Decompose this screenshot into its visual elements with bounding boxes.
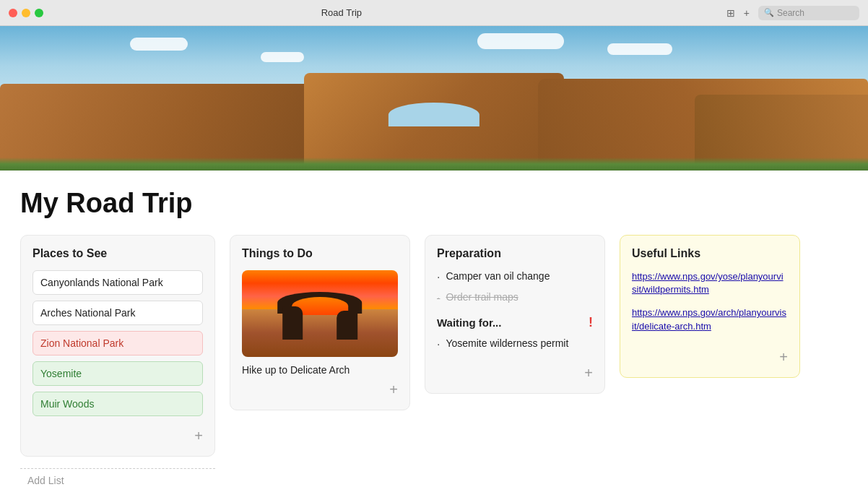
useful-links-card: Useful Links https://www.nps.gov/yose/pl… <box>620 235 800 378</box>
cloud <box>607 43 672 55</box>
things-to-do-card: Things to Do Hike up to Delicate Arch + <box>230 235 410 410</box>
prep-item-label: Yosemite wilderness permit <box>446 337 568 349</box>
boards-container: Places to See Canyonlands National Park … <box>20 235 848 457</box>
rock-center-arch <box>304 73 565 171</box>
search-bar: 🔍 <box>758 6 859 20</box>
add-todo-button[interactable]: + <box>242 376 398 398</box>
app-title: Road Trip <box>0 7 721 18</box>
arch-base-right <box>337 311 357 340</box>
things-to-do-heading: Things to Do <box>242 247 398 260</box>
exclamation-icon: ! <box>589 315 593 330</box>
add-list-section: Add List <box>20 468 848 492</box>
place-item-yosemite[interactable]: Yosemite <box>32 361 203 386</box>
bullet-icon: · <box>437 291 440 305</box>
arch-opening <box>389 103 479 127</box>
prep-item-label: Order trail maps <box>446 291 518 303</box>
prep-item-trail-maps[interactable]: · Order trail maps <box>437 291 593 305</box>
main-content: My Road Trip Places to See Canyonlands N… <box>0 171 868 500</box>
arch-silhouette <box>273 292 367 340</box>
rocks <box>0 62 868 171</box>
add-list-button[interactable]: Add List <box>20 468 215 492</box>
place-item-muir-woods[interactable]: Muir Woods <box>32 392 203 416</box>
titlebar-controls: ⊞ + 🔍 <box>726 6 859 20</box>
cloud <box>130 38 188 51</box>
waiting-header: Waiting for... ! <box>437 315 593 330</box>
place-item-arches[interactable]: Arches National Park <box>32 301 203 325</box>
vegetation <box>0 158 868 171</box>
prep-item-label: Camper van oil change <box>446 270 550 282</box>
cloud <box>261 52 304 62</box>
add-prep-button[interactable]: + <box>437 359 593 382</box>
hero-scene <box>0 26 868 171</box>
useful-link-arch[interactable]: https://www.nps.gov/arch/planyourvisit/d… <box>632 306 788 332</box>
new-window-icon[interactable]: ⊞ <box>726 7 735 19</box>
preparation-heading: Preparation <box>437 247 593 260</box>
useful-links-heading: Useful Links <box>632 247 788 260</box>
delicate-arch-image <box>242 270 398 357</box>
page-title: My Road Trip <box>20 188 848 219</box>
add-place-button[interactable]: + <box>32 422 203 444</box>
hero-image <box>0 26 868 171</box>
place-item-canyonlands[interactable]: Canyonlands National Park <box>32 270 203 295</box>
add-link-button[interactable]: + <box>632 343 788 366</box>
prep-item-oil-change[interactable]: · Camper van oil change <box>437 270 593 284</box>
places-to-see-heading: Places to See <box>32 247 203 260</box>
places-to-see-card: Places to See Canyonlands National Park … <box>20 235 215 457</box>
useful-link-yose[interactable]: https://www.nps.gov/yose/planyourvisit/w… <box>632 270 788 296</box>
search-input[interactable] <box>777 8 854 18</box>
bullet-icon: · <box>437 270 440 284</box>
place-item-zion[interactable]: Zion National Park <box>32 331 203 355</box>
cloud <box>477 33 564 49</box>
bullet-icon: · <box>437 337 440 351</box>
todo-task-label[interactable]: Hike up to Delicate Arch <box>242 364 398 376</box>
waiting-label: Waiting for... <box>437 316 501 329</box>
search-icon: 🔍 <box>764 8 774 17</box>
compose-icon[interactable]: + <box>744 7 750 19</box>
arch-sunset-scene <box>242 270 398 357</box>
titlebar: Road Trip ⊞ + 🔍 <box>0 0 868 26</box>
arch-base-left <box>282 306 303 340</box>
prep-item-wilderness-permit[interactable]: · Yosemite wilderness permit <box>437 337 593 351</box>
preparation-card: Preparation · Camper van oil change · Or… <box>425 235 605 394</box>
